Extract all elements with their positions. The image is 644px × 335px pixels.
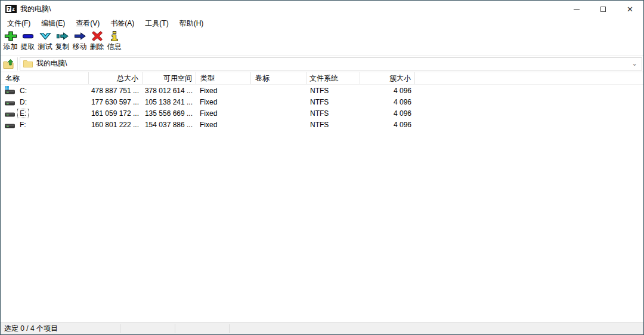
menu-help[interactable]: 帮助(H) xyxy=(174,17,209,30)
statusbar-divider xyxy=(175,324,175,333)
drive-free-space: 154 037 886 ... xyxy=(143,121,196,129)
title-bar: 7z 我的电脑\ ✕ xyxy=(1,1,643,17)
drive-icon xyxy=(5,97,15,107)
address-separator xyxy=(17,57,18,70)
drive-free-space: 135 556 669 ... xyxy=(143,109,196,118)
menu-bookmarks[interactable]: 书签(A) xyxy=(105,17,140,30)
move-button[interactable]: 移动 xyxy=(71,31,88,52)
column-header-filesystem[interactable]: 文件系统 xyxy=(306,72,360,84)
up-folder-button[interactable] xyxy=(1,57,17,71)
drive-cluster-size: 4 096 xyxy=(360,109,415,118)
copy-arrow-icon xyxy=(56,31,69,41)
column-header-free-space[interactable]: 可用空间 xyxy=(143,72,196,84)
drive-type: Fixed xyxy=(196,87,251,95)
test-button[interactable]: 测试 xyxy=(36,31,54,52)
minimize-icon xyxy=(574,9,580,10)
drive-filesystem: NTFS xyxy=(306,121,360,129)
drive-total-size: 478 887 751 ... xyxy=(89,87,143,95)
table-row[interactable]: C: 478 887 751 ... 378 012 614 ... Fixed… xyxy=(1,85,643,96)
drive-table-body: C: 478 887 751 ... 378 012 614 ... Fixed… xyxy=(1,85,643,322)
menu-edit[interactable]: 编辑(E) xyxy=(36,17,70,30)
add-plus-icon xyxy=(4,31,17,41)
drive-filesystem: NTFS xyxy=(306,109,360,118)
chevron-down-icon[interactable]: ⌄ xyxy=(630,60,639,67)
extract-button[interactable]: 提取 xyxy=(19,31,36,52)
app-window: 7z 我的电脑\ ✕ 文件(F) 编辑(E) 查看(V) 书签(A) 工具(T)… xyxy=(0,0,644,335)
drive-name: C: xyxy=(17,86,29,96)
column-header-total-size[interactable]: 总大小 xyxy=(89,72,143,84)
close-icon: ✕ xyxy=(627,5,633,13)
menu-bar: 文件(F) 编辑(E) 查看(V) 书签(A) 工具(T) 帮助(H) xyxy=(1,17,643,29)
address-bar: 我的电脑\ ⌄ xyxy=(1,56,643,72)
drive-total-size: 160 801 222 ... xyxy=(89,121,143,129)
minimize-button[interactable] xyxy=(563,1,590,17)
windows-flag-icon xyxy=(5,86,10,90)
folder-icon xyxy=(23,60,33,67)
drive-icon xyxy=(5,86,15,96)
drive-cluster-size: 4 096 xyxy=(360,87,415,95)
table-row[interactable]: F: 160 801 222 ... 154 037 886 ... Fixed… xyxy=(1,119,643,130)
selection-status: 选定 0 / 4 个项目 xyxy=(1,324,58,334)
status-bar: 选定 0 / 4 个项目 xyxy=(1,322,643,334)
drive-name: E: xyxy=(17,109,29,118)
column-header-cluster-size[interactable]: 簇大小 xyxy=(360,72,415,84)
column-header-name[interactable]: 名称 xyxy=(1,72,89,84)
toolbar: 添加 提取 测试 复制 移动 删除 信息 xyxy=(1,29,643,56)
drive-total-size: 161 059 172 ... xyxy=(89,109,143,118)
drive-cluster-size: 4 096 xyxy=(360,121,415,129)
close-button[interactable]: ✕ xyxy=(617,1,643,17)
menu-tools[interactable]: 工具(T) xyxy=(140,17,174,30)
drive-cluster-size: 4 096 xyxy=(360,98,415,106)
drive-filesystem: NTFS xyxy=(306,87,360,95)
statusbar-divider xyxy=(229,324,230,333)
add-button[interactable]: 添加 xyxy=(2,31,19,52)
folder-up-icon xyxy=(3,59,15,69)
drive-type: Fixed xyxy=(196,121,251,129)
path-combobox[interactable]: 我的电脑\ ⌄ xyxy=(20,57,642,70)
statusbar-divider xyxy=(120,324,120,333)
extract-minus-icon xyxy=(21,31,35,41)
menu-view[interactable]: 查看(V) xyxy=(70,17,105,30)
delete-button[interactable]: 删除 xyxy=(88,31,106,52)
table-row[interactable]: D: 177 630 597 ... 105 138 241 ... Fixed… xyxy=(1,96,643,107)
menu-file[interactable]: 文件(F) xyxy=(2,17,36,30)
drive-name: F: xyxy=(17,120,29,130)
copy-button[interactable]: 复制 xyxy=(54,31,71,52)
drive-free-space: 105 138 241 ... xyxy=(143,98,196,106)
drive-free-space: 378 012 614 ... xyxy=(143,87,196,95)
test-check-icon xyxy=(39,31,52,41)
drive-type: Fixed xyxy=(196,109,251,118)
drive-icon xyxy=(5,109,15,118)
app-7zip-icon: 7z xyxy=(5,5,17,13)
window-title: 我的电脑\ xyxy=(20,4,563,14)
drive-total-size: 177 630 597 ... xyxy=(89,98,143,106)
drive-type: Fixed xyxy=(196,98,251,106)
drive-name: D: xyxy=(17,97,29,107)
info-button[interactable]: 信息 xyxy=(106,31,123,52)
current-path: 我的电脑\ xyxy=(36,59,630,69)
column-header-type[interactable]: 类型 xyxy=(196,72,251,84)
drive-filesystem: NTFS xyxy=(306,98,360,106)
move-arrow-icon xyxy=(73,31,86,41)
window-controls: ✕ xyxy=(563,1,643,17)
info-i-icon xyxy=(108,31,121,41)
column-header-label[interactable]: 卷标 xyxy=(251,72,306,84)
column-header-row: 名称 总大小 可用空间 类型 卷标 文件系统 簇大小 xyxy=(1,72,643,85)
table-row[interactable]: E: 161 059 172 ... 135 556 669 ... Fixed… xyxy=(1,107,643,119)
maximize-button[interactable] xyxy=(590,1,617,17)
maximize-icon xyxy=(600,7,606,12)
drive-icon xyxy=(5,120,15,130)
delete-x-icon xyxy=(91,31,104,41)
